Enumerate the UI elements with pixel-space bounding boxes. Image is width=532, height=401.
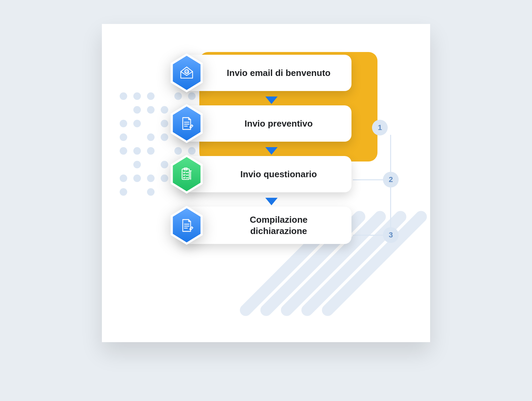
diagram-card: 1 2 3 @ Invio email di benvenuto Invio p… [102,24,430,342]
workflow-column: 1 2 3 @ Invio email di benvenuto Invio p… [170,55,362,258]
badge-1-label: 1 [378,123,382,132]
svg-text:@: @ [185,70,188,74]
arrow-down-icon [265,147,278,155]
step-welcome-email: @ Invio email di benvenuto [181,55,351,91]
badge-3: 3 [383,227,399,243]
step-label: Invio preventivo [244,118,312,129]
step-send-quote: Invio preventivo [181,105,351,142]
document-edit-icon [169,206,204,245]
step-label: Invio email di benvenuto [227,67,330,79]
badge-2: 2 [383,172,399,187]
badge-1: 1 [372,120,388,135]
envelope-at-icon: @ [169,53,204,92]
step-fill-declaration: Compilazione dichiarazione [181,207,351,244]
badge-2-label: 2 [389,175,393,184]
badge-connector-3 [353,235,384,236]
checklist-icon [169,155,204,194]
arrow-down-icon [265,96,278,104]
step-label: Invio questionario [240,169,317,180]
badge-3-label: 3 [389,231,393,240]
badge-connector-2 [353,179,384,180]
document-edit-icon [169,104,204,143]
step-label: Compilazione dichiarazione [224,214,333,236]
arrow-down-icon [265,198,278,205]
step-send-questionnaire: Invio questionario [181,156,351,192]
